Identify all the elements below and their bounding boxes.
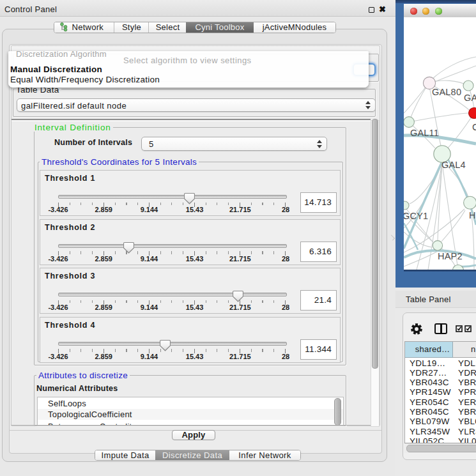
svg-text:GCY1: GCY1	[404, 211, 428, 221]
svg-text:HAP2: HAP2	[438, 251, 463, 261]
svg-text:GAL80: GAL80	[432, 87, 461, 97]
svg-text:HI: HI	[469, 210, 476, 220]
svg-text:GAL11: GAL11	[410, 128, 439, 138]
svg-text:GAL4: GAL4	[441, 160, 466, 170]
svg-text:GA: GA	[464, 93, 476, 103]
svg-text:CO: CO	[472, 122, 476, 132]
